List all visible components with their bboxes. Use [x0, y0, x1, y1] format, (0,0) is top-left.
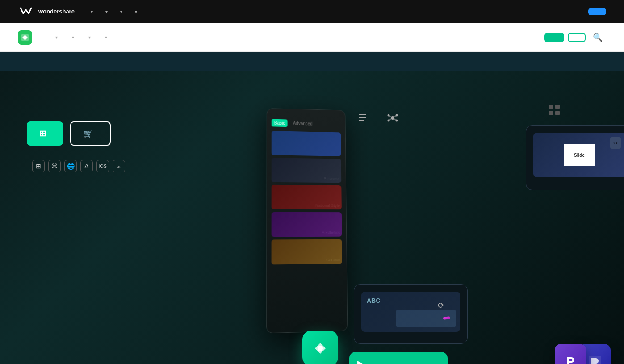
slide-thumb-4[interactable]: Aesthetics	[272, 212, 342, 237]
breadcrumb	[27, 98, 130, 105]
download-button[interactable]	[544, 33, 564, 42]
svg-point-20	[318, 346, 323, 351]
hero-section: ⊞ 🛒 ⊞ ⌘ 🌐 Δ iOS ⟁	[0, 71, 624, 364]
chevron-down-icon: ▾	[88, 35, 91, 40]
search-button[interactable]: 🔍	[589, 29, 606, 46]
slide-thumb-3[interactable]: National Style	[272, 185, 342, 209]
hero-buttons: ⊞ 🛒	[27, 121, 130, 146]
top-navigation: wondershare ▾ ▾ ▾ ▾	[0, 0, 624, 23]
announcement-bar	[0, 52, 624, 71]
linux-platform-icon: Δ	[80, 160, 93, 172]
ai-ppt-card: ABC ⟳	[354, 284, 468, 344]
nav-video-creativity[interactable]: ▾	[89, 9, 93, 14]
hero-visual: Basic Advanced Business National Style A…	[267, 98, 624, 364]
platform-icons: ⊞ ⌘ 🌐 Δ iOS ⟁	[32, 160, 125, 172]
immediate-icon: ▶	[357, 358, 364, 364]
transform-ppt-card: Slide ↔	[526, 125, 624, 190]
edrawmind-icon	[18, 30, 32, 45]
chevron-down-icon: ▾	[120, 9, 122, 14]
edrawmind-logo[interactable]	[18, 30, 36, 45]
mindmap-icon	[386, 112, 399, 127]
sign-in-button[interactable]	[588, 8, 606, 15]
buy-now-button[interactable]: 🛒	[70, 121, 111, 146]
slide-thumb-5[interactable]: Cartoon	[272, 239, 342, 265]
svg-line-11	[394, 116, 396, 117]
windows-platform-icon: ⊞	[32, 160, 45, 172]
chevron-down-icon: ▾	[105, 9, 108, 14]
immediate-experience-card[interactable]: ▶	[349, 352, 448, 364]
tab-advanced[interactable]: Advanced	[290, 120, 315, 128]
nav-resources[interactable]: ▾	[81, 31, 96, 43]
signage-area	[547, 103, 561, 121]
web-platform-icon: 🌐	[64, 160, 77, 172]
svg-rect-15	[549, 111, 553, 115]
tab-basic[interactable]: Basic	[272, 119, 288, 127]
svg-point-4	[391, 116, 394, 120]
secondary-navigation: ▾ ▾ ▾ ▾ 🔍	[0, 23, 624, 52]
slide-thumb-1[interactable]	[272, 131, 341, 156]
windows-icon: ⊞	[39, 129, 46, 138]
signage-icon	[547, 103, 561, 119]
svg-rect-14	[555, 105, 560, 109]
nav-pricing[interactable]	[114, 34, 125, 41]
floating-edrawmind-logo	[302, 331, 338, 364]
macos-platform-icon: ⌘	[48, 160, 61, 172]
outline-icon	[356, 112, 369, 127]
svg-line-12	[394, 119, 396, 120]
transform-preview: Slide ↔	[533, 133, 624, 177]
svg-line-10	[389, 119, 391, 120]
svg-rect-13	[549, 105, 553, 109]
cart-icon: 🛒	[84, 129, 93, 138]
available-for-section: ⊞ ⌘ 🌐 Δ iOS ⟁	[27, 160, 130, 172]
outline-icon-card[interactable]	[356, 112, 369, 130]
wondershare-name: wondershare	[38, 8, 75, 15]
slide-thumb-2[interactable]: Business	[272, 158, 342, 183]
nav-data-management[interactable]: ▾	[133, 9, 137, 14]
powerpoint-icon: P	[555, 344, 586, 364]
chevron-down-icon: ▾	[55, 35, 58, 40]
chevron-down-icon: ▾	[91, 9, 93, 14]
android-platform-icon: ⟁	[113, 160, 125, 172]
search-icon: 🔍	[593, 33, 603, 42]
nav-products[interactable]: ▾	[48, 31, 63, 43]
nav-diagram-graphics[interactable]: ▾	[104, 9, 108, 14]
slide-style-title	[272, 116, 341, 117]
wondershare-logo[interactable]: wondershare	[18, 4, 75, 20]
top-nav-links: ▾ ▾ ▾ ▾	[89, 9, 574, 14]
mindmap-icon-card[interactable]	[386, 112, 399, 130]
nav-solution[interactable]: ▾	[65, 31, 80, 43]
svg-line-9	[389, 116, 391, 117]
ppt-icons-group: P	[561, 344, 611, 364]
nav-pdf-solutions[interactable]: ▾	[118, 9, 122, 14]
chevron-down-icon: ▾	[105, 35, 107, 40]
nav-support-edraw[interactable]: ▾	[98, 31, 113, 43]
slide-style-panel: Basic Advanced Business National Style A…	[266, 108, 348, 333]
chevron-down-icon: ▾	[135, 9, 137, 14]
second-nav-links: ▾ ▾ ▾ ▾	[48, 31, 541, 43]
free-download-button[interactable]: ⊞	[27, 121, 63, 146]
ai-ppt-preview: ABC ⟳	[361, 292, 460, 332]
ios-platform-icon: iOS	[96, 160, 109, 172]
workspace-button[interactable]	[568, 33, 586, 42]
nav-icons-mid	[356, 112, 399, 130]
svg-rect-16	[555, 111, 560, 115]
chevron-down-icon: ▾	[72, 35, 74, 40]
slide-tab-row: Basic Advanced	[272, 119, 341, 128]
hero-content: ⊞ 🛒 ⊞ ⌘ 🌐 Δ iOS ⟁	[27, 98, 130, 172]
